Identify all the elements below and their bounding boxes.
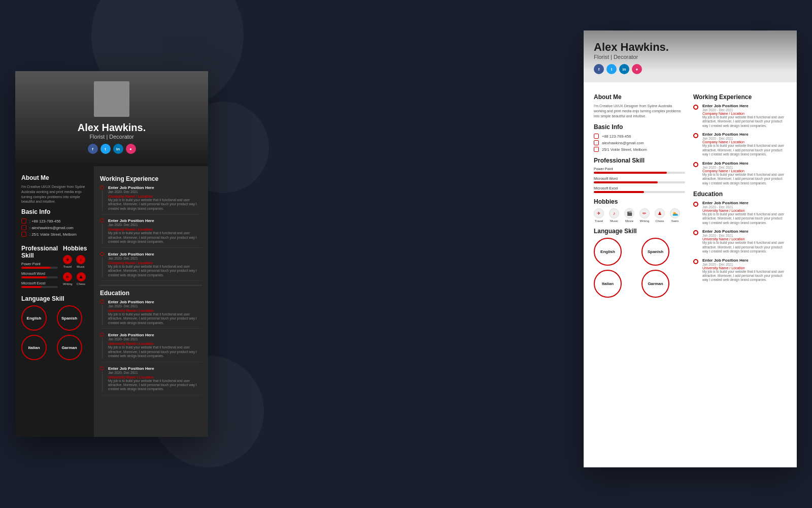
light-edu-company: University Name / Location <box>702 266 787 270</box>
hobby-icon: ✏ <box>63 272 72 281</box>
light-hobby-item: ✏ Writing <box>639 208 650 223</box>
dark-work-title: Working Experience <box>100 175 202 182</box>
dark-skill-bar-bg <box>21 286 58 288</box>
light-skill-bar-fill <box>594 191 644 193</box>
light-hobby-label: Music <box>610 219 618 223</box>
dark-skill-row: Power Point <box>21 262 58 269</box>
dark-email: : alexhawkins@gmail.com <box>29 226 74 230</box>
dark-hobby-item: ✏ Writing <box>63 272 73 285</box>
light-hobby-icon: ✈ <box>594 208 604 218</box>
light-edu-dot <box>693 259 698 264</box>
light-skills-bars: Power Point Microsoft Word Microsoft Exc… <box>594 167 685 193</box>
twitter-icon: t <box>100 144 111 154</box>
hobby-label: Travel <box>63 265 72 268</box>
light-skill-label: Microsoft Word <box>594 177 685 180</box>
light-about-title: About Me <box>594 93 685 101</box>
light-phone-icon <box>594 134 599 139</box>
dark-language-circle: Garman <box>57 335 82 360</box>
light-work-company: Company Name / Location <box>702 112 787 115</box>
light-edu-title: Education <box>693 190 787 198</box>
light-hobby-item: ✈ Travel <box>594 208 604 223</box>
dark-work-item: Enter Job Position Here Jan 2020- Dec 20… <box>100 252 202 281</box>
edu-line <box>102 371 103 392</box>
dark-edu-item: Enter Job Position Here Jan 2020- Dec 20… <box>100 300 202 329</box>
light-skill-label: Power Point <box>594 167 685 171</box>
dark-right-column: Working Experience Enter Job Position He… <box>94 166 208 437</box>
dark-skills-title: Professional Skill <box>21 245 58 259</box>
light-hobby-item: 🏊 Swim <box>670 208 680 223</box>
dark-skill-row: Microsoft Word <box>21 272 58 278</box>
dark-edu-desc: My job is to build your website that it … <box>108 379 202 392</box>
light-work-list: Enter Job Position Here Jan 2020 - Dec 2… <box>693 104 787 185</box>
dark-edu-position: Enter Job Position Here <box>108 366 202 371</box>
address-icon <box>21 232 26 237</box>
edu-line <box>102 338 103 358</box>
light-work-content: Enter Job Position Here Jan 2020 - Dec 2… <box>702 104 787 128</box>
work-dot <box>100 218 104 223</box>
light-work-desc: My job is to build your website that it … <box>702 115 787 128</box>
light-phone-item: +88 123-789-456 <box>594 134 685 139</box>
light-work-desc: My job is to build your website that it … <box>702 144 787 156</box>
light-skill-bar-bg <box>594 181 685 183</box>
light-language-circle: Garman <box>641 270 669 298</box>
light-work-dot <box>693 162 698 167</box>
light-work-date: Jan 2020 - Dec 2021 <box>702 166 787 169</box>
light-hobby-item: 🎬 Movie <box>624 208 634 223</box>
dark-hobby-item: ✈ Travel <box>63 255 72 268</box>
light-work-content: Enter Job Position Here Jan 2020 - Dec 2… <box>702 161 787 185</box>
dark-work-item: Enter Job Position Here Jan 2020- Dec 20… <box>100 218 202 247</box>
light-edu-content: Enter Job Position Here Jan 2020 - Dec 2… <box>702 258 787 282</box>
dark-edu-company: University Name / Location <box>108 375 202 379</box>
hobby-icon: ♪ <box>76 255 85 264</box>
light-facebook-icon: f <box>594 64 604 74</box>
email-icon <box>21 225 26 230</box>
light-resume-body: About Me I'm Creative UI/UX Designer fro… <box>584 82 797 467</box>
light-work-content: Enter Job Position Here Jan 2020 - Dec 2… <box>702 132 787 156</box>
light-edu-item: Enter Job Position Here Jan 2020 - Dec 2… <box>693 258 787 282</box>
dark-phone: : +88 123-789-456 <box>29 219 61 224</box>
dark-hobbies-title: Hobbies <box>63 245 88 252</box>
resume-light: Alex Hawkins. Florist | Decorator f t in… <box>584 30 797 467</box>
dark-resume-title: Florist | Decorator <box>89 134 133 140</box>
light-edu-desc: My job is to build your website that it … <box>702 270 787 282</box>
light-hobby-icon: ✏ <box>639 208 650 218</box>
light-edu-company: University Name / Location <box>702 209 787 212</box>
light-work-dot <box>693 105 698 110</box>
dark-edu-desc: My job is to build your website that it … <box>108 345 202 358</box>
dark-about-title: About Me <box>21 174 88 181</box>
light-edu-dot <box>693 202 698 207</box>
work-line <box>102 257 103 277</box>
light-edu-content: Enter Job Position Here Jan 2020 - Dec 2… <box>702 229 787 253</box>
work-dot <box>100 185 104 189</box>
dark-skill-label: Power Point <box>21 262 58 266</box>
light-phone: +88 123-789-456 <box>602 134 631 139</box>
light-hobby-icon: ♟ <box>655 208 665 218</box>
dark-address-item: : 25/1 Vokte Street, Melborn <box>21 232 88 237</box>
dark-skills-bars: Power Point Microsoft Word Microsoft Exc… <box>21 262 58 288</box>
dark-skills-section: Professional Skill Power Point Microsoft… <box>21 241 58 291</box>
light-work-company: Company Name / Location <box>702 140 787 144</box>
light-social-links: f t in ● <box>594 64 787 74</box>
dark-resume-name: Alex Hawkins. <box>78 122 146 134</box>
dark-work-desc: My job is to build your website that it … <box>108 265 202 277</box>
dark-work-desc: My job is to build your website that it … <box>108 198 202 211</box>
light-resume-name: Alex Hawkins. <box>594 41 787 54</box>
work-line <box>102 224 103 244</box>
light-skill-row: Microsoft Excel <box>594 186 685 193</box>
dark-language-circle: Italian <box>21 335 47 360</box>
dark-edu-position: Enter Job Position Here <box>108 333 202 337</box>
light-work-date: Jan 2020 - Dec 2021 <box>702 137 787 140</box>
dark-work-position: Enter Job Position Here <box>108 252 202 257</box>
light-work-position: Enter Job Position Here <box>702 104 787 108</box>
light-work-item: Enter Job Position Here Jan 2020 - Dec 2… <box>693 132 787 156</box>
light-hobby-label: Swim <box>671 219 679 223</box>
light-right-column: Working Experience Enter Job Position He… <box>693 88 787 461</box>
light-language-circle: English <box>594 238 622 266</box>
dark-hobbies-list: ✈ Travel ♪ Music ✏ Writing ♟ Chess <box>63 255 88 285</box>
light-work-company: Company Name / Location <box>702 169 787 173</box>
edu-dot <box>100 366 104 370</box>
light-hobby-label: Movie <box>625 219 633 223</box>
dark-skill-row: Microsoft Excel <box>21 281 58 288</box>
dark-edu-title: Education <box>100 290 202 297</box>
dark-work-list: Enter Job Position Here Jan 2020- Dec 20… <box>100 185 202 281</box>
